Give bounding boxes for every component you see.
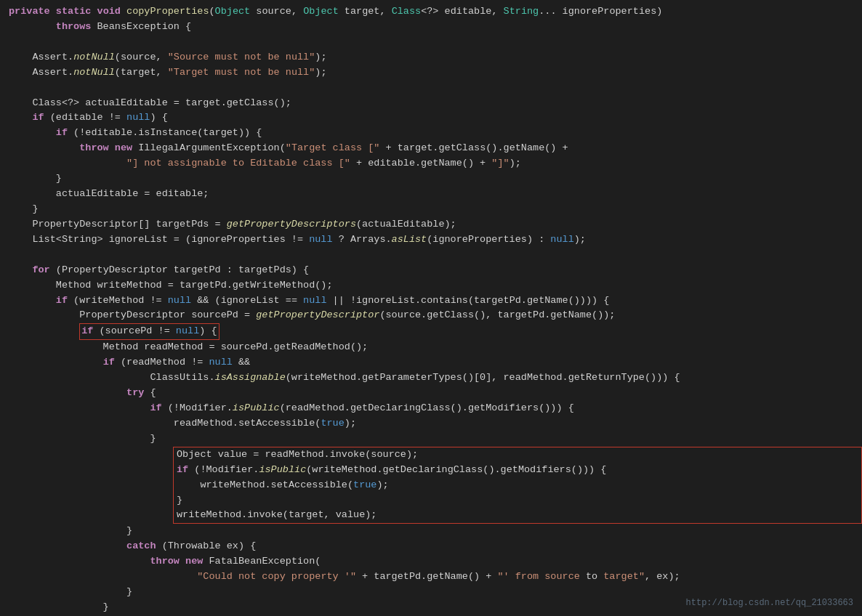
code-line: PropertyDescriptor sourcePd = getPropert… — [0, 308, 862, 323]
code-line: Object value = readMethod.invoke(source)… — [174, 447, 861, 463]
code-line: writeMethod.invoke(target, value); — [174, 508, 861, 523]
red-outline-block: Object value = readMethod.invoke(source)… — [173, 447, 862, 524]
code-line: } — [174, 493, 861, 508]
code-line: if (writeMethod != null && (ignoreList =… — [0, 293, 862, 309]
code-line: catch (Throwable ex) { — [0, 539, 862, 554]
code-line-highlighted: if (sourcePd != null) { — [0, 323, 862, 340]
code-line: try { — [0, 386, 862, 401]
code-line: "Could not copy property '" + targetPd.g… — [0, 570, 862, 585]
code-line: if (!editable.isInstance(target)) { — [0, 126, 862, 141]
code-line — [0, 35, 862, 50]
code-line: ClassUtils.isAssignable(writeMethod.getP… — [0, 370, 862, 386]
code-line: if (!Modifier.isPublic(writeMethod.getDe… — [174, 463, 861, 478]
code-line: PropertyDescriptor[] targetPds = getProp… — [0, 217, 862, 232]
code-line — [0, 81, 862, 96]
code-line: throw new IllegalArgumentException("Targ… — [0, 141, 862, 156]
code-line: Method readMethod = sourcePd.getReadMeth… — [0, 340, 862, 355]
code-line: throw new FatalBeanException( — [0, 554, 862, 570]
code-line: } — [0, 202, 862, 217]
code-line: Method writeMethod = targetPd.getWriteMe… — [0, 278, 862, 293]
code-line: actualEditable = editable; — [0, 187, 862, 202]
code-line: } — [0, 171, 862, 187]
code-line: Assert.notNull(target, "Target must not … — [0, 65, 862, 81]
code-line: "] not assignable to Editable class [" +… — [0, 156, 862, 171]
code-line: readMethod.setAccessible(true); — [0, 416, 862, 431]
code-line: List<String> ignoreList = (ignorePropert… — [0, 232, 862, 248]
code-line — [0, 248, 862, 263]
code-line: throws BeansException { — [0, 20, 862, 35]
code-line: } — [0, 524, 862, 539]
code-line: if (readMethod != null && — [0, 355, 862, 370]
code-line: writeMethod.setAccessible(true); — [174, 478, 861, 493]
code-line: Assert.notNull(source, "Source must not … — [0, 50, 862, 65]
code-viewer: private static void copyProperties(Objec… — [0, 0, 862, 616]
code-line: if (!Modifier.isPublic(readMethod.getDec… — [0, 401, 862, 416]
code-line: } — [0, 431, 862, 447]
code-line: Class<?> actualEditable = target.getClas… — [0, 96, 862, 111]
watermark: http://blog.csdn.net/qq_21033663 — [686, 596, 853, 610]
code-line: for (PropertyDescriptor targetPd : targe… — [0, 263, 862, 278]
code-line: if (editable != null) { — [0, 110, 862, 126]
code-line: private static void copyProperties(Objec… — [0, 4, 862, 20]
